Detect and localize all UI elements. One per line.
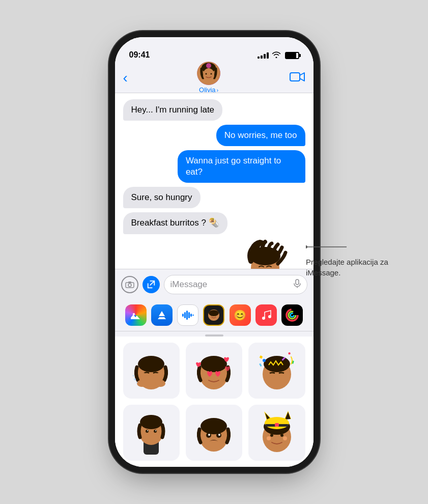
svg-point-77 (280, 434, 283, 437)
svg-point-44 (264, 356, 290, 372)
svg-point-66 (207, 440, 221, 449)
memoji-grid (115, 337, 313, 467)
app-icons-row: 😊 (115, 299, 313, 331)
svg-point-30 (268, 315, 271, 318)
status-time: 09:41 (129, 50, 150, 60)
svg-rect-22 (188, 312, 190, 318)
input-bar: iMessage (115, 269, 313, 299)
svg-rect-19 (182, 314, 184, 317)
app-icon-memoji[interactable] (203, 304, 224, 326)
svg-rect-15 (128, 282, 131, 283)
memoji-cell-5[interactable] (186, 405, 242, 461)
message-bubble-3[interactable]: Wanna just go straight to eat? (178, 150, 305, 183)
svg-point-4 (211, 73, 212, 75)
phone-frame: 09:41 (115, 37, 313, 467)
svg-point-18 (133, 313, 135, 315)
svg-point-76 (270, 434, 273, 437)
svg-point-62 (208, 434, 210, 436)
svg-point-38 (134, 378, 136, 380)
back-button[interactable]: ‹ (123, 70, 128, 86)
chat-area: Hey... I'm running late No worries, me t… (115, 93, 313, 269)
svg-rect-50 (259, 363, 262, 367)
input-placeholder: iMessage (170, 279, 208, 290)
wifi-icon (272, 51, 281, 60)
app-drawer: 😊 (115, 299, 313, 467)
svg-rect-75 (275, 423, 279, 427)
memoji-cell-2[interactable] (186, 343, 242, 399)
memoji-cell-6[interactable] (248, 405, 305, 461)
svg-point-27 (211, 315, 213, 316)
svg-point-33 (290, 314, 294, 317)
svg-point-2 (203, 68, 214, 81)
svg-rect-20 (184, 312, 186, 318)
svg-point-39 (133, 375, 134, 377)
app-icon-fitness[interactable] (281, 304, 303, 326)
svg-point-32 (289, 312, 296, 319)
apps-button[interactable] (142, 276, 160, 293)
svg-point-48 (263, 359, 266, 362)
app-icon-store[interactable] (151, 304, 173, 326)
app-icon-photos[interactable] (125, 304, 147, 326)
message-bubble-1[interactable]: Hey... I'm running late (123, 99, 223, 121)
svg-point-78 (267, 436, 271, 440)
svg-point-29 (262, 317, 265, 320)
svg-point-3 (206, 73, 207, 75)
svg-point-56 (147, 430, 148, 431)
memoji-sticker (227, 238, 303, 269)
svg-point-28 (215, 315, 217, 316)
svg-rect-46 (288, 352, 291, 355)
message-bubble-2[interactable]: No worries, me too (216, 125, 305, 146)
svg-point-42 (201, 356, 227, 372)
message-bubble-4[interactable]: Sure, so hungry (123, 187, 201, 208)
mic-icon[interactable] (294, 279, 301, 290)
svg-point-79 (283, 436, 287, 440)
svg-rect-45 (259, 355, 263, 359)
annotation-container: Pregledajte aplikacija za iMessage. (306, 239, 403, 278)
message-bubble-5[interactable]: Breakfast burritos ? 🌯 (123, 212, 227, 234)
app-icon-music[interactable] (255, 304, 277, 326)
status-icons (258, 51, 299, 60)
app-icon-emoji-stickers[interactable]: 😊 (230, 304, 251, 326)
svg-point-53 (140, 415, 162, 429)
annotation-line-icon (306, 239, 352, 255)
message-row-4: Sure, so hungry (123, 187, 305, 208)
svg-point-5 (206, 63, 211, 68)
svg-rect-16 (296, 279, 299, 285)
svg-point-10 (250, 247, 280, 265)
nav-center[interactable]: Olivia › (197, 62, 220, 94)
camera-button[interactable] (121, 276, 138, 293)
svg-point-55 (154, 430, 157, 433)
svg-point-14 (128, 284, 131, 287)
memoji-sticker-row (123, 238, 303, 269)
memoji-cell-1[interactable] (123, 343, 180, 399)
video-call-button[interactable] (290, 71, 305, 85)
svg-point-81 (306, 245, 307, 248)
message-row-1: Hey... I'm running late (123, 99, 305, 121)
svg-rect-6 (290, 73, 300, 81)
signal-bars-icon (258, 52, 269, 59)
svg-point-54 (146, 430, 149, 433)
contact-name[interactable]: Olivia › (199, 86, 218, 94)
status-bar: 09:41 (115, 37, 313, 63)
message-row-5: Breakfast burritos ? 🌯 (123, 212, 305, 234)
battery-icon (285, 52, 299, 59)
memoji-cell-4[interactable] (123, 405, 180, 461)
message-row-3: Wanna just go straight to eat? (123, 150, 305, 183)
svg-rect-23 (190, 314, 192, 317)
svg-rect-24 (192, 315, 194, 316)
svg-point-35 (138, 356, 164, 372)
app-icon-audio[interactable] (177, 304, 198, 326)
memoji-cell-3[interactable] (248, 343, 305, 399)
nav-bar: ‹ (115, 63, 313, 93)
svg-point-63 (218, 434, 220, 436)
annotation-text: Pregledajte aplikacija za iMessage. (306, 257, 403, 278)
avatar (197, 62, 220, 85)
message-input[interactable]: iMessage (164, 275, 307, 294)
svg-point-40 (136, 382, 138, 383)
svg-point-57 (155, 430, 156, 431)
svg-point-59 (201, 418, 227, 434)
message-row-2: No worries, me too (123, 125, 305, 146)
svg-point-26 (209, 310, 219, 316)
svg-rect-21 (186, 311, 188, 320)
